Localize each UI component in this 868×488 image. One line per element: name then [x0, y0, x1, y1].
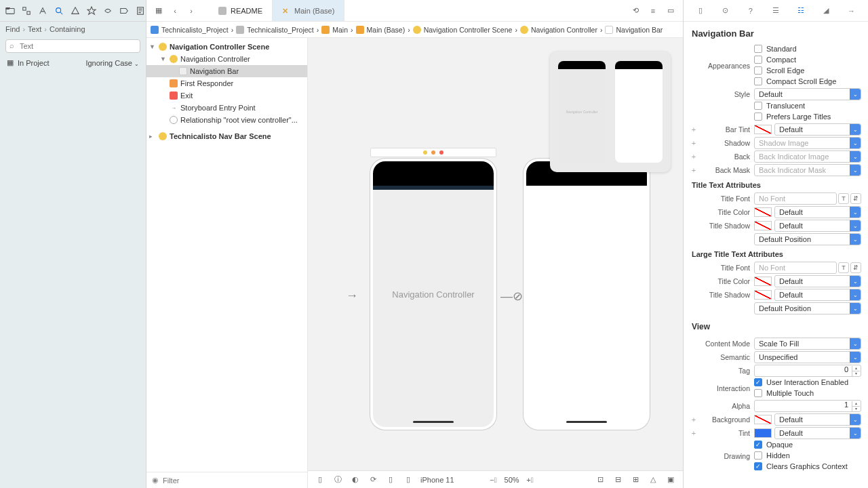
entry-arrow-icon[interactable]: →	[346, 289, 358, 303]
semantic-select[interactable]: Unspecified⌄	[754, 351, 861, 363]
device-label[interactable]: iPhone 11	[420, 476, 454, 484]
alpha-input[interactable]: 1▴▾	[754, 400, 861, 412]
add-back-button-plus[interactable]: +	[690, 152, 697, 161]
standard-checkbox[interactable]	[754, 45, 762, 53]
bc-story[interactable]: Main	[332, 26, 348, 34]
tree-navbar-row[interactable]: Navigation Bar	[146, 65, 307, 77]
bc-navbar[interactable]: Navigation Bar	[616, 26, 663, 34]
ltitlecolor-select[interactable]: Default⌄	[774, 275, 861, 287]
background-select[interactable]: Default⌄	[774, 413, 861, 426]
info-icon[interactable]: ⓘ	[332, 474, 343, 485]
ltitlefont-input[interactable]: No Font	[754, 262, 837, 274]
back-button[interactable]: ‹	[170, 5, 180, 16]
resolve-icon[interactable]: △	[648, 474, 658, 485]
adjust-icon[interactable]: ≡	[648, 5, 658, 16]
find-mode[interactable]: Find	[5, 25, 20, 33]
device-icon[interactable]: ▯	[403, 474, 414, 485]
embed-icon[interactable]: ▣	[665, 474, 676, 485]
lfont-picker-button[interactable]: T	[838, 262, 849, 273]
titleshadow-select[interactable]: Default⌄	[774, 220, 861, 232]
tab-main-storyboard[interactable]: ✕ Main (Base)	[273, 0, 344, 21]
prefers-large-checkbox[interactable]	[754, 113, 762, 121]
user-interaction-checkbox[interactable]: ✓	[754, 378, 762, 386]
bartint-select[interactable]: Default⌄	[774, 123, 861, 136]
search-icon[interactable]	[54, 6, 64, 16]
translucent-checkbox[interactable]	[754, 102, 762, 110]
storyboard-canvas[interactable]: Navigation Controller → —⊘→	[308, 38, 683, 488]
tab-readme[interactable]: README	[209, 0, 273, 21]
minimap[interactable]: Navigation Controller	[550, 52, 671, 172]
tree-exit-row[interactable]: Exit	[146, 89, 307, 102]
filter-input[interactable]	[163, 476, 302, 485]
search-input[interactable]	[5, 39, 140, 53]
tag-input[interactable]: 0▴▾	[754, 365, 861, 377]
appearance-icon[interactable]: ◐	[350, 474, 361, 485]
compact-scroll-checkbox[interactable]	[754, 77, 762, 85]
ltitle-position-select[interactable]: Default Position⌄	[754, 302, 861, 314]
report-icon[interactable]	[136, 6, 145, 16]
split-icon[interactable]: ▯	[385, 474, 396, 485]
style-select[interactable]: Default⌄	[754, 88, 861, 100]
scroll-edge-checkbox[interactable]	[754, 66, 762, 75]
find-breadcrumb[interactable]: Find› Text› Containing	[0, 22, 146, 37]
compact-checkbox[interactable]	[754, 56, 762, 64]
bc-storybase[interactable]: Main (Base)	[367, 26, 406, 34]
debug-icon[interactable]	[103, 6, 113, 16]
minimap-vc-device[interactable]	[615, 61, 663, 163]
ignoring-case-dropdown[interactable]: Ignoring Case ⌄	[85, 59, 139, 67]
font-stepper[interactable]: ⇵	[850, 193, 861, 204]
history-inspector-icon[interactable]: ⊙	[719, 5, 732, 17]
bc-folder[interactable]: Technicalisto_Project	[247, 26, 314, 34]
issue-icon[interactable]	[71, 6, 80, 16]
bc-scene[interactable]: Navigation Controller Scene	[424, 26, 513, 34]
clears-graphics-checkbox[interactable]: ✓	[754, 462, 762, 470]
multiple-touch-checkbox[interactable]	[754, 389, 762, 397]
ltitlecolor-swatch[interactable]	[754, 277, 772, 286]
titlefont-input[interactable]: No Font	[754, 192, 837, 205]
search-scope-label[interactable]: In Project	[18, 59, 49, 67]
test-icon[interactable]	[87, 6, 96, 16]
symbol-icon[interactable]	[38, 6, 47, 16]
backmask-select[interactable]: Back Indicator Mask⌄	[754, 164, 861, 176]
opaque-checkbox[interactable]: ✓	[754, 441, 762, 449]
lfont-stepper[interactable]: ⇵	[850, 262, 861, 273]
size-inspector-icon[interactable]: ◢	[820, 5, 832, 17]
breakpoint-icon[interactable]	[119, 6, 129, 16]
tree-rel-row[interactable]: Relationship "root view controller"...	[146, 114, 307, 126]
orientation-icon[interactable]: ⟳	[368, 474, 378, 485]
zoom-level[interactable]: 50%	[505, 476, 519, 484]
tree-vc-row[interactable]: ▼Navigation Controller	[146, 53, 307, 65]
layout-icon[interactable]: ▭	[665, 5, 676, 16]
pin-icon[interactable]: ⊞	[630, 474, 641, 485]
connections-inspector-icon[interactable]: →	[845, 5, 857, 17]
zoom-out-icon[interactable]: −⃝	[488, 474, 499, 485]
navigation-bar-selection[interactable]	[373, 186, 494, 190]
bc-project[interactable]: Technicalisto_Project	[161, 26, 229, 34]
add-shadow-button[interactable]: +	[690, 139, 697, 147]
refresh-icon[interactable]: ⟲	[630, 5, 641, 16]
attributes-inspector-icon[interactable]: ☷	[795, 5, 807, 17]
jump-bar[interactable]: Technicalisto_Project› Technicalisto_Pro…	[146, 22, 683, 38]
file-inspector-icon[interactable]: ▯	[694, 5, 707, 17]
find-scope-text[interactable]: Text	[28, 25, 41, 33]
add-bartint-button[interactable]: +	[690, 125, 697, 134]
tree-first-row[interactable]: First Responder	[146, 77, 307, 89]
titleshadow-swatch[interactable]	[754, 221, 772, 230]
forward-button[interactable]: ›	[186, 5, 197, 16]
zoom-in-icon[interactable]: +⃝	[525, 474, 536, 485]
find-match[interactable]: Containing	[50, 25, 85, 33]
titlecolor-select[interactable]: Default⌄	[774, 206, 861, 218]
add-background-button[interactable]: +	[690, 415, 697, 424]
add-backmask-button[interactable]: +	[690, 166, 697, 174]
tint-select[interactable]: Default⌄	[774, 427, 861, 439]
identity-inspector-icon[interactable]: ☰	[770, 5, 782, 17]
help-inspector-icon[interactable]: ?	[745, 5, 757, 17]
shadow-select[interactable]: Shadow Image⌄	[754, 137, 861, 149]
font-picker-button[interactable]: T	[838, 193, 849, 204]
tree-scene-row[interactable]: ▼Navigation Controller Scene	[146, 41, 307, 53]
source-control-icon[interactable]	[22, 6, 31, 16]
minimap-nav-device[interactable]: Navigation Controller	[558, 61, 606, 163]
ltitleshadow-swatch[interactable]	[754, 290, 772, 300]
nav-controller-device[interactable]: Navigation Controller	[370, 159, 496, 430]
contentmode-select[interactable]: Scale To Fill⌄	[754, 338, 861, 350]
